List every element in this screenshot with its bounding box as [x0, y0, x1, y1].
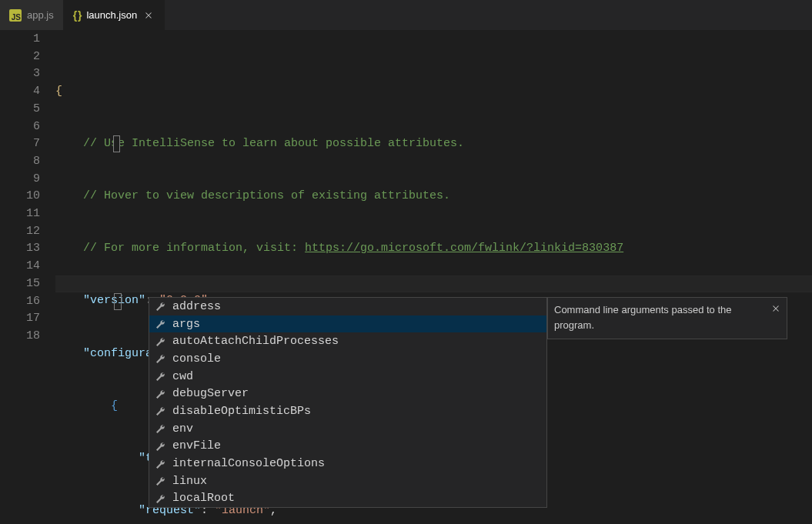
suggestion-label: linux: [172, 475, 207, 488]
line-number: 15: [0, 275, 40, 293]
suggestion-item[interactable]: envFile: [149, 438, 546, 456]
line-number: 5: [0, 101, 40, 118]
suggestion-label: env: [172, 422, 193, 436]
current-line-highlight: [55, 275, 812, 293]
bracket-highlight-open: [113, 135, 120, 152]
suggestion-label: args: [172, 318, 200, 331]
tab-launch-json[interactable]: { } launch.json: [64, 0, 165, 30]
tab-label: app.js: [27, 9, 54, 21]
suggestion-label: internalConsoleOptions: [172, 457, 325, 470]
line-number: 14: [0, 258, 40, 275]
line-number: 8: [0, 153, 40, 171]
line-number: 3: [0, 65, 40, 83]
suggestion-item[interactable]: linux: [149, 472, 546, 490]
suggestion-item[interactable]: address: [149, 298, 546, 315]
json-file-icon: { }: [73, 9, 82, 22]
suggestion-item[interactable]: env: [149, 420, 546, 438]
suggestion-item[interactable]: disableOptimisticBPs: [149, 402, 546, 420]
suggestion-label: disableOptimisticBPs: [172, 405, 311, 418]
line-number: 18: [0, 328, 40, 345]
line-number: 11: [0, 205, 40, 223]
bracket-highlight-close: [114, 293, 122, 310]
suggestion-label: console: [172, 352, 221, 365]
line-number: 17: [0, 310, 40, 328]
tab-bar: JS app.js { } launch.json: [0, 0, 812, 31]
suggestion-widget[interactable]: addressargsautoAttachChildProcessesconso…: [149, 297, 547, 508]
line-number: 4: [0, 83, 40, 101]
suggestion-item[interactable]: autoAttachChildProcesses: [149, 332, 546, 350]
suggestion-label: autoAttachChildProcesses: [172, 335, 339, 348]
line-number: 6: [0, 118, 40, 136]
line-number: 13: [0, 240, 40, 258]
suggestion-item[interactable]: console: [149, 350, 546, 368]
suggestion-item[interactable]: localRoot: [149, 490, 546, 508]
suggestion-label: address: [172, 300, 221, 313]
suggestion-label: debugServer: [172, 387, 249, 400]
suggestion-label: cwd: [172, 370, 193, 383]
line-number: 9: [0, 171, 40, 189]
line-number: 7: [0, 135, 40, 153]
line-number-gutter: 123456789101112131415161718: [0, 31, 55, 524]
suggestion-item[interactable]: internalConsoleOptions: [149, 455, 546, 472]
suggestion-label: envFile: [172, 439, 221, 452]
close-icon[interactable]: [770, 302, 782, 315]
js-file-icon: JS: [9, 9, 22, 22]
line-number: 2: [0, 48, 40, 66]
suggestion-item[interactable]: debugServer: [149, 385, 546, 402]
tab-label: launch.json: [86, 9, 137, 21]
suggestion-docs: Command line arguments passed to the pro…: [547, 297, 787, 339]
suggestion-item[interactable]: args: [149, 315, 546, 333]
tab-app-js[interactable]: JS app.js: [0, 0, 64, 30]
line-number: 10: [0, 188, 40, 205]
line-number: 1: [0, 31, 40, 48]
suggestion-label: localRoot: [172, 492, 235, 505]
line-number: 16: [0, 293, 40, 311]
suggestion-item[interactable]: cwd: [149, 368, 546, 385]
close-icon[interactable]: [142, 9, 155, 22]
line-number: 12: [0, 223, 40, 241]
doc-text: Command line arguments passed to the pro…: [554, 304, 732, 331]
